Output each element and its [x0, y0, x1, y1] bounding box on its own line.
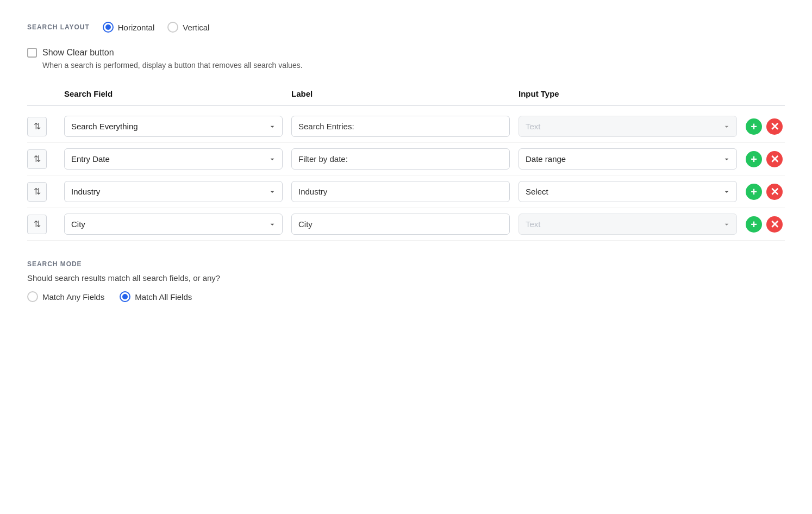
vertical-label: Vertical — [183, 23, 209, 32]
header-label: Label — [287, 89, 514, 98]
search-mode-section: SEARCH MODE Should search results match … — [27, 260, 785, 302]
input-type-cell-2: Text Date range Select — [514, 148, 741, 170]
header-empty — [27, 89, 60, 98]
input-type-select-4[interactable]: Text Date range Select — [519, 214, 737, 235]
header-actions — [741, 89, 785, 98]
add-row-button-1[interactable]: + — [746, 118, 762, 135]
search-field-cell-4: Search Everything Entry Date Industry Ci… — [60, 214, 287, 235]
vertical-radio[interactable] — [167, 22, 178, 33]
clear-button-checkbox[interactable] — [27, 48, 37, 58]
table-row: ⇅ Search Everything Entry Date Industry … — [27, 110, 785, 143]
add-row-button-4[interactable]: + — [746, 216, 762, 233]
label-input-1[interactable] — [291, 116, 510, 137]
remove-row-button-3[interactable]: ✕ — [766, 184, 783, 200]
horizontal-radio[interactable] — [103, 22, 114, 33]
clear-button-helper-text: When a search is performed, display a bu… — [42, 61, 785, 70]
header-search-field: Search Field — [60, 89, 287, 98]
remove-row-button-4[interactable]: ✕ — [766, 216, 783, 233]
sort-button-3[interactable]: ⇅ — [27, 182, 47, 202]
sort-button-1[interactable]: ⇅ — [27, 117, 47, 136]
label-cell-2 — [287, 148, 514, 170]
label-cell-1 — [287, 116, 514, 137]
input-type-cell-3: Text Date range Select — [514, 181, 741, 202]
search-field-select-2[interactable]: Search Everything Entry Date Industry Ci… — [64, 148, 283, 170]
header-input-type: Input Type — [514, 89, 741, 98]
row-actions-3: + ✕ — [741, 184, 785, 200]
sort-handle-4[interactable]: ⇅ — [27, 215, 60, 234]
clear-button-label: Show Clear button — [42, 48, 114, 58]
input-type-cell-1: Text Date range Select — [514, 116, 741, 137]
search-field-select-3[interactable]: Search Everything Entry Date Industry Ci… — [64, 181, 283, 202]
label-cell-4 — [287, 214, 514, 235]
row-actions-4: + ✕ — [741, 216, 785, 233]
clear-button-section: Show Clear button When a search is perfo… — [27, 48, 785, 70]
label-cell-3 — [287, 181, 514, 202]
table-row: ⇅ Search Everything Entry Date Industry … — [27, 175, 785, 208]
match-all-radio[interactable] — [120, 291, 130, 302]
clear-button-checkbox-row: Show Clear button — [27, 48, 785, 58]
remove-row-button-2[interactable]: ✕ — [766, 151, 783, 167]
input-type-select-1[interactable]: Text Date range Select — [519, 116, 737, 137]
search-field-cell-1: Search Everything Entry Date Industry Ci… — [60, 116, 287, 137]
horizontal-label: Horizontal — [118, 23, 155, 32]
sort-button-4[interactable]: ⇅ — [27, 215, 47, 234]
add-row-button-3[interactable]: + — [746, 184, 762, 200]
match-any-label: Match Any Fields — [42, 292, 104, 302]
input-type-select-3[interactable]: Text Date range Select — [519, 181, 737, 202]
sort-handle-3[interactable]: ⇅ — [27, 182, 60, 202]
match-any-option[interactable]: Match Any Fields — [27, 291, 104, 302]
search-layout-label: SEARCH LAYOUT — [27, 23, 90, 31]
search-layout-section: SEARCH LAYOUT Horizontal Vertical — [27, 22, 785, 33]
remove-row-button-1[interactable]: ✕ — [766, 118, 783, 135]
search-field-select-1[interactable]: Search Everything Entry Date Industry Ci… — [64, 116, 283, 137]
search-field-cell-2: Search Everything Entry Date Industry Ci… — [60, 148, 287, 170]
match-all-label: Match All Fields — [135, 292, 192, 302]
input-type-cell-4: Text Date range Select — [514, 214, 741, 235]
search-field-cell-3: Search Everything Entry Date Industry Ci… — [60, 181, 287, 202]
table-header: Search Field Label Input Type — [27, 89, 785, 106]
label-input-3[interactable] — [291, 181, 510, 202]
label-input-4[interactable] — [291, 214, 510, 235]
sort-handle-1[interactable]: ⇅ — [27, 117, 60, 136]
search-mode-description: Should search results match all search f… — [27, 273, 785, 283]
search-mode-label: SEARCH MODE — [27, 260, 785, 268]
table-row: ⇅ Search Everything Entry Date Industry … — [27, 208, 785, 241]
search-field-select-4[interactable]: Search Everything Entry Date Industry Ci… — [64, 214, 283, 235]
sort-handle-2[interactable]: ⇅ — [27, 149, 60, 169]
table-row: ⇅ Search Everything Entry Date Industry … — [27, 143, 785, 175]
row-actions-1: + ✕ — [741, 118, 785, 135]
row-actions-2: + ✕ — [741, 151, 785, 167]
match-all-option[interactable]: Match All Fields — [120, 291, 192, 302]
add-row-button-2[interactable]: + — [746, 151, 762, 167]
vertical-option[interactable]: Vertical — [167, 22, 209, 33]
horizontal-option[interactable]: Horizontal — [103, 22, 155, 33]
label-input-2[interactable] — [291, 148, 510, 170]
fields-table: Search Field Label Input Type ⇅ Search E… — [27, 89, 785, 241]
sort-button-2[interactable]: ⇅ — [27, 149, 47, 169]
match-any-radio[interactable] — [27, 291, 38, 302]
search-mode-radio-group: Match Any Fields Match All Fields — [27, 291, 785, 302]
input-type-select-2[interactable]: Text Date range Select — [519, 148, 737, 170]
